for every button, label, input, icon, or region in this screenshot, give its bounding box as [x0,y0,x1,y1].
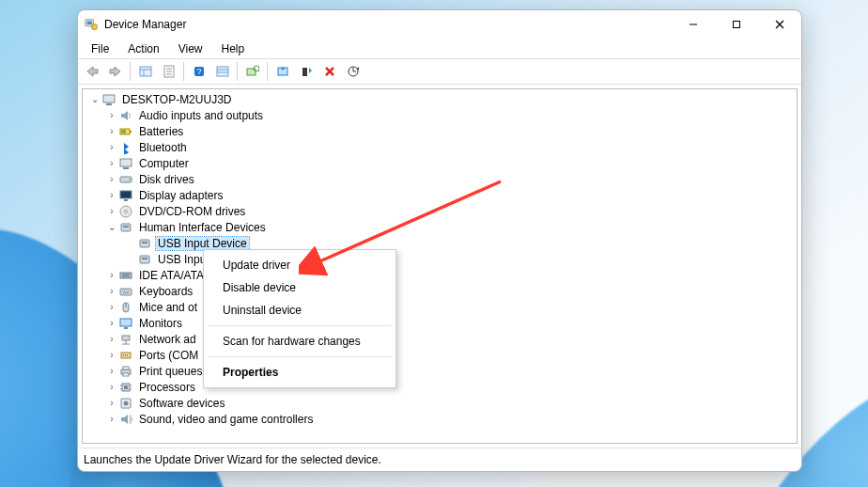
tree-category-item[interactable]: ›Disk drives [85,171,797,187]
menubar: File Action View Help [78,39,801,58]
svg-rect-23 [302,68,307,76]
device-tree[interactable]: ⌄ DESKTOP-M2UUJ3D ›Audio inputs and outp… [82,88,798,444]
caret-collapsed-icon[interactable]: › [105,414,118,424]
scan-hardware-button[interactable] [240,60,264,83]
tree-category-item[interactable]: ›Keyboards [85,283,797,299]
ctx-uninstall-device[interactable]: Uninstall device [206,299,394,322]
tree-device-item[interactable]: USB Input Device [85,235,797,251]
svg-rect-54 [123,292,129,293]
ctx-disable-device[interactable]: Disable device [206,276,394,299]
update-driver-button[interactable] [271,60,294,83]
tree-item-label: Network ad [137,333,198,346]
bluetooth-icon [118,140,133,155]
tree-root-label: DESKTOP-M2UUJ3D [120,93,233,106]
show-hidden-button[interactable] [133,60,157,83]
svg-rect-49 [120,289,132,295]
details-button[interactable] [210,60,234,83]
tree-category-item[interactable]: ›Computer [85,155,797,171]
printer-icon [118,364,133,379]
forward-button[interactable] [103,60,127,83]
tree-item-label: Mice and ot [137,301,199,314]
svg-rect-41 [123,226,129,228]
svg-rect-52 [126,291,127,291]
caret-collapsed-icon[interactable]: › [105,206,118,216]
ctx-update-driver[interactable]: Update driver [206,254,394,276]
ide-icon [118,268,133,283]
caret-collapsed-icon[interactable]: › [105,382,118,392]
tree-item-label: IDE ATA/ATA [137,269,206,282]
caret-collapsed-icon[interactable]: › [105,270,118,280]
menu-help[interactable]: Help [214,40,253,57]
maximize-button[interactable] [715,10,758,39]
caret-collapsed-icon[interactable]: › [105,318,118,328]
caret-collapsed-icon[interactable]: › [105,398,118,408]
tree-root[interactable]: ⌄ DESKTOP-M2UUJ3D [85,91,797,107]
enable-device-button[interactable] [294,60,318,83]
computer-icon [118,156,133,171]
ctx-scan-hardware[interactable]: Scan for hardware changes [206,330,394,353]
tree-category-item[interactable]: ›Print queues [85,363,797,379]
tree-category-item[interactable]: ›Display adapters [85,187,797,203]
tree-item-label: Sound, video and game controllers [137,413,315,426]
statusbar-text: Launches the Update Driver Wizard for th… [84,453,381,466]
properties-button[interactable] [157,60,180,83]
caret-collapsed-icon[interactable]: › [105,126,118,136]
svg-rect-32 [120,159,132,166]
caret-collapsed-icon[interactable]: › [105,110,118,120]
menu-file[interactable]: File [84,40,116,57]
tree-item-label: Processors [137,381,197,394]
caret-expanded-icon[interactable]: ⌄ [105,222,118,232]
tree-category-item[interactable]: ›Processors [85,379,797,395]
help-button[interactable]: ? [187,60,210,83]
tree-category-item[interactable]: ›Bluetooth [85,139,797,155]
ctx-separator [208,356,392,357]
tree-category-item[interactable]: ›Network ad [85,331,797,347]
caret-collapsed-icon[interactable]: › [105,366,118,376]
tree-category-item[interactable]: ›IDE ATA/ATA [85,267,797,283]
caret-expanded-icon[interactable]: ⌄ [88,94,101,104]
tree-item-label: Monitors [137,317,184,330]
tree-device-item[interactable]: USB Inpu [85,251,797,267]
svg-rect-63 [123,354,124,356]
svg-rect-58 [124,327,128,329]
tree-category-item[interactable]: ›Sound, video and game controllers [85,411,797,427]
close-button[interactable] [758,10,801,39]
tree-category-item[interactable]: ›Ports (COM [85,347,797,363]
menu-view[interactable]: View [171,40,210,57]
uninstall-device-button[interactable] [318,60,341,83]
back-button[interactable] [80,60,103,83]
caret-collapsed-icon[interactable]: › [105,158,118,168]
svg-rect-30 [130,131,132,133]
keyboard-icon [118,284,133,299]
svg-rect-51 [124,291,125,291]
svg-rect-31 [121,130,126,134]
caret-collapsed-icon[interactable]: › [105,302,118,312]
tree-item-label: Bluetooth [137,141,189,154]
minimize-button[interactable] [672,10,715,39]
titlebar[interactable]: Device Manager [78,10,801,39]
tree-item-label: Software devices [137,397,226,410]
tree-item-label: Print queues [137,365,204,378]
device-context-menu: Update driver Disable device Uninstall d… [203,249,396,388]
tree-category-item[interactable]: ›Software devices [85,395,797,411]
tree-category-item[interactable]: ›Audio inputs and outputs [85,107,797,123]
tree-item-label: Disk drives [137,173,196,186]
svg-text:?: ? [196,67,201,76]
caret-collapsed-icon[interactable]: › [105,350,118,360]
tree-category-item[interactable]: ⌄Human Interface Devices [85,219,797,235]
caret-collapsed-icon[interactable]: › [105,190,118,200]
ctx-properties[interactable]: Properties [206,361,394,384]
tree-category-item[interactable]: ›Monitors [85,315,797,331]
svg-rect-37 [124,199,128,201]
tree-category-item[interactable]: ›Batteries [85,123,797,139]
tree-category-item[interactable]: ›Mice and ot [85,299,797,315]
caret-collapsed-icon[interactable]: › [105,334,118,344]
tree-category-item[interactable]: ›DVD/CD-ROM drives [85,203,797,219]
caret-collapsed-icon[interactable]: › [105,286,118,296]
caret-collapsed-icon[interactable]: › [105,174,118,184]
tree-item-label: Display adapters [137,189,225,202]
disk-icon [118,172,133,187]
refresh-button[interactable] [341,60,364,83]
caret-collapsed-icon[interactable]: › [105,142,118,152]
menu-action[interactable]: Action [120,40,166,57]
